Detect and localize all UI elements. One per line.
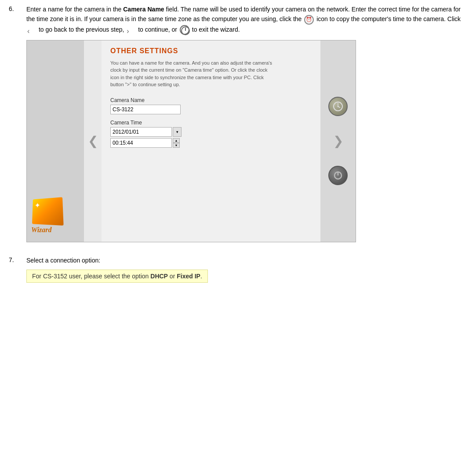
camera-time-group: Camera Time ▾ ▲ ▼ bbox=[110, 120, 312, 148]
power-svg bbox=[181, 26, 190, 36]
power-button[interactable] bbox=[328, 166, 348, 185]
wizard-title: OTHER SETTINGS bbox=[110, 47, 312, 55]
wizard-logo-box: ✦ Wizard bbox=[31, 198, 75, 233]
step6-after-clock: icon to copy the computer's time to the … bbox=[315, 15, 461, 22]
wizard-right-panel: ❯ bbox=[320, 40, 356, 242]
step6-after-power: to exit the wizard. bbox=[190, 26, 240, 33]
step-7-number: 7. bbox=[9, 255, 26, 263]
sync-clock-button[interactable] bbox=[328, 97, 348, 116]
step-7-content: Select a connection option: For CS-3152 … bbox=[26, 255, 467, 283]
wizard-logo: ✦ Wizard bbox=[31, 198, 75, 233]
power-icon-inline bbox=[180, 25, 189, 35]
step-7-text: Select a connection option: bbox=[26, 255, 467, 265]
time-spinner: ▲ ▼ bbox=[173, 138, 180, 148]
wizard-text-label: Wizard bbox=[31, 226, 75, 234]
camera-time-row: ▲ ▼ bbox=[110, 138, 312, 148]
wizard-star-icon: ✦ bbox=[34, 201, 40, 210]
step-6: 6. Enter a name for the camera in the Ca… bbox=[9, 4, 467, 242]
step-6-number: 6. bbox=[9, 4, 26, 12]
step6-after-forward: to continue, or bbox=[136, 26, 179, 33]
camera-time-input[interactable] bbox=[110, 138, 172, 148]
nav-left-arrow-icon[interactable]: ❮ bbox=[88, 134, 98, 148]
wizard-description: You can have a name for the camera. And … bbox=[110, 59, 277, 88]
step-6-text: Enter a name for the camera in the Camer… bbox=[26, 4, 467, 35]
step-6-content: Enter a name for the camera in the Camer… bbox=[26, 4, 467, 242]
wizard-main-content: OTHER SETTINGS You can have a name for t… bbox=[102, 40, 320, 242]
camera-name-field-label: Camera Name bbox=[110, 97, 312, 103]
sync-clock-svg bbox=[332, 101, 344, 112]
camera-name-label-bold: Camera Name bbox=[123, 6, 164, 13]
svg-line-5 bbox=[338, 106, 340, 108]
wizard-screenshot: ✦ Wizard ❮ OTHER SETTINGS You can have a… bbox=[26, 40, 356, 242]
clock-icon-inline: ⏰ bbox=[304, 15, 314, 25]
step7-period: . bbox=[200, 273, 202, 280]
step6-intro: Enter a name for the camera in the bbox=[26, 6, 123, 13]
dhcp-bold: DHCP bbox=[150, 273, 168, 280]
step7-note-text: For CS-3152 user, please select the opti… bbox=[32, 273, 150, 280]
wizard-form: Camera Name Camera Time ▾ bbox=[110, 97, 312, 148]
wizard-nav-left[interactable]: ❮ bbox=[84, 134, 102, 148]
camera-name-group: Camera Name bbox=[110, 97, 312, 114]
calendar-button[interactable]: ▾ bbox=[173, 127, 182, 137]
camera-date-row: ▾ bbox=[110, 127, 312, 137]
time-spin-up[interactable]: ▲ bbox=[173, 138, 180, 143]
time-spin-down[interactable]: ▼ bbox=[173, 143, 180, 148]
camera-name-input[interactable] bbox=[110, 105, 181, 114]
calendar-icon: ▾ bbox=[176, 130, 178, 134]
step7-or: or bbox=[168, 273, 177, 280]
camera-time-field-label: Camera Time bbox=[110, 120, 312, 126]
forward-arrow-inline: › bbox=[127, 26, 135, 34]
wizard-3d-box: ✦ bbox=[32, 197, 64, 226]
fixed-ip-bold: Fixed IP bbox=[177, 273, 200, 280]
step6-after-back: to go back to the previous step, bbox=[37, 26, 126, 33]
power-btn-svg bbox=[333, 170, 343, 181]
step-7: 7. Select a connection option: For CS-31… bbox=[9, 255, 467, 283]
wizard-left-panel: ✦ Wizard bbox=[27, 40, 84, 242]
back-arrow-inline: ‹ bbox=[27, 26, 36, 34]
step-7-note-box: For CS-3152 user, please select the opti… bbox=[26, 270, 208, 283]
nav-right-arrow-icon[interactable]: ❯ bbox=[333, 134, 343, 148]
camera-date-input[interactable] bbox=[110, 127, 172, 137]
